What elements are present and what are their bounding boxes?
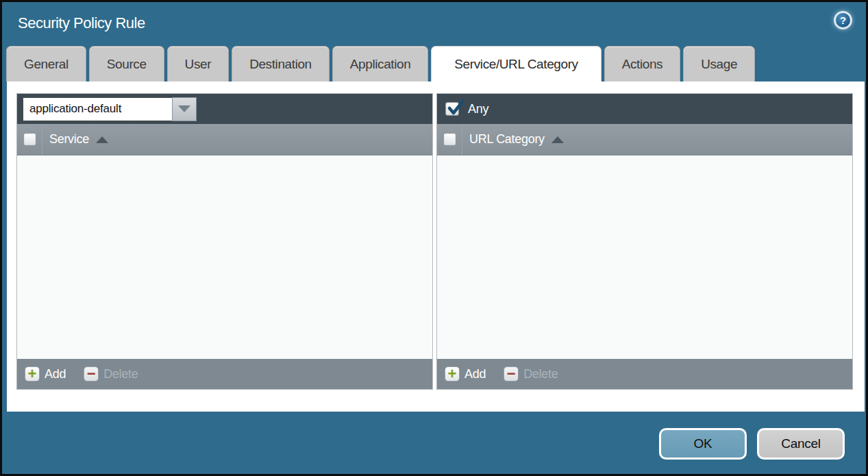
service-type-combobox bbox=[23, 97, 197, 121]
any-checkbox[interactable] bbox=[445, 102, 459, 116]
url-category-column-header-label: URL Category bbox=[469, 132, 545, 147]
titlebar: Security Policy Rule ? bbox=[2, 2, 866, 45]
tab-service-url-category-label: Service/URL Category bbox=[454, 57, 578, 72]
add-plus-icon: + bbox=[445, 366, 460, 381]
add-plus-icon: + bbox=[25, 366, 40, 381]
service-column-header[interactable]: Service bbox=[42, 132, 108, 147]
url-category-column-header-row: URL Category bbox=[437, 124, 852, 155]
tab-application-label: Application bbox=[350, 57, 411, 72]
tab-service-url-category[interactable]: Service/URL Category bbox=[431, 46, 601, 82]
delete-minus-icon: − bbox=[504, 366, 519, 381]
url-category-column-header[interactable]: URL Category bbox=[462, 132, 564, 147]
tab-actions-label: Actions bbox=[622, 57, 663, 72]
service-type-input[interactable] bbox=[23, 97, 172, 121]
tab-application[interactable]: Application bbox=[332, 46, 429, 82]
url-category-delete-label: Delete bbox=[523, 367, 558, 381]
sort-asc-icon bbox=[551, 136, 564, 143]
tab-source[interactable]: Source bbox=[89, 46, 164, 82]
tab-destination[interactable]: Destination bbox=[232, 46, 330, 82]
security-policy-rule-dialog: Security Policy Rule ? General Source Us… bbox=[0, 0, 868, 476]
tab-source-label: Source bbox=[107, 57, 147, 72]
url-category-panel: Any URL Category + Add − bbox=[436, 93, 853, 390]
checkmark-icon bbox=[447, 99, 466, 118]
tab-general[interactable]: General bbox=[6, 46, 86, 82]
tab-actions[interactable]: Actions bbox=[604, 46, 681, 82]
service-select-all-cell bbox=[17, 124, 42, 155]
delete-minus-icon: − bbox=[84, 366, 99, 381]
service-panel: Service + Add − Delete bbox=[16, 93, 433, 390]
url-category-add-button[interactable]: + Add bbox=[445, 366, 486, 381]
service-add-button[interactable]: + Add bbox=[25, 366, 66, 381]
help-icon[interactable]: ? bbox=[834, 11, 852, 29]
url-category-add-label: Add bbox=[464, 367, 486, 381]
dialog-footer: OK Cancel bbox=[659, 428, 845, 460]
tab-user-label: User bbox=[185, 57, 212, 72]
service-delete-label: Delete bbox=[103, 367, 138, 381]
url-category-select-all-checkbox[interactable] bbox=[443, 133, 456, 146]
help-icon-glyph: ? bbox=[840, 14, 846, 26]
url-category-list bbox=[437, 155, 852, 359]
tab-content-service-url-category: Service + Add − Delete bbox=[7, 82, 865, 412]
cancel-button[interactable]: Cancel bbox=[757, 428, 845, 460]
tab-user[interactable]: User bbox=[167, 46, 230, 82]
service-type-dropdown-trigger[interactable] bbox=[172, 97, 197, 121]
service-list bbox=[17, 155, 432, 359]
url-category-select-all-cell bbox=[437, 124, 462, 155]
service-delete-button[interactable]: − Delete bbox=[84, 366, 138, 381]
service-column-header-row: Service bbox=[17, 124, 432, 155]
url-category-delete-button[interactable]: − Delete bbox=[504, 366, 558, 381]
tab-general-label: General bbox=[24, 57, 69, 72]
ok-button[interactable]: OK bbox=[659, 428, 747, 460]
url-category-toolbar: Any bbox=[437, 94, 852, 124]
tab-usage[interactable]: Usage bbox=[683, 46, 755, 82]
chevron-down-icon bbox=[178, 105, 190, 112]
tab-destination-label: Destination bbox=[249, 57, 312, 72]
service-footer-toolbar: + Add − Delete bbox=[17, 359, 432, 389]
any-row: Any bbox=[443, 102, 488, 116]
any-checkbox-label: Any bbox=[468, 102, 488, 116]
service-column-header-label: Service bbox=[49, 132, 89, 147]
sort-asc-icon bbox=[96, 136, 108, 143]
service-toolbar bbox=[17, 94, 432, 124]
service-select-all-checkbox[interactable] bbox=[23, 133, 36, 146]
dialog-title: Security Policy Rule bbox=[18, 14, 145, 32]
service-add-label: Add bbox=[45, 367, 66, 381]
url-category-footer-toolbar: + Add − Delete bbox=[437, 359, 852, 389]
tab-bar: General Source User Destination Applicat… bbox=[6, 46, 755, 82]
tab-usage-label: Usage bbox=[701, 57, 737, 72]
